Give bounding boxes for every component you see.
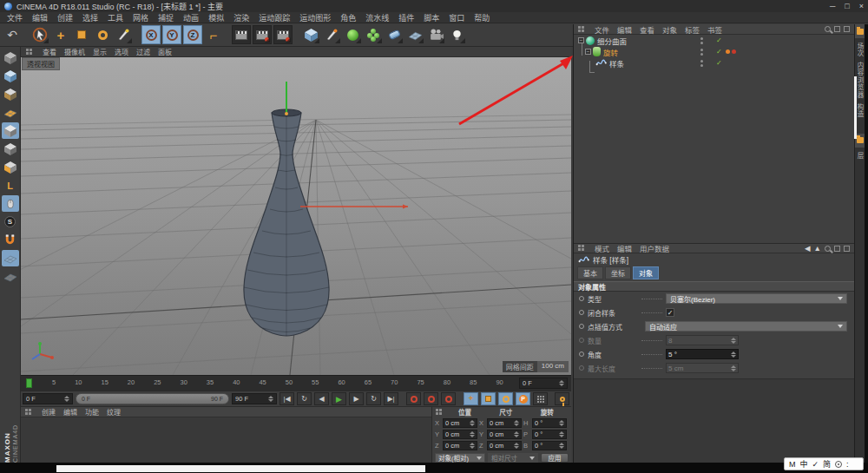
object-row-subdivision[interactable]: − 细分曲面 ✓ <box>574 35 854 46</box>
current-frame-marker[interactable] <box>26 378 32 388</box>
animation-dot-icon[interactable] <box>579 310 584 315</box>
object-properties-section[interactable]: 对象属性 <box>574 281 854 292</box>
magnet-snap-icon[interactable] <box>2 232 19 248</box>
menu-motion-tracker[interactable]: 运动跟踪 <box>259 12 290 23</box>
record-rotation-toggle[interactable] <box>498 392 513 405</box>
ime-more[interactable]: : <box>846 460 849 469</box>
menu-edit[interactable]: 编辑 <box>32 12 48 23</box>
om-menu-bookmarks[interactable]: 书签 <box>707 24 722 35</box>
search-icon[interactable] <box>825 246 831 252</box>
strip-scrollbar[interactable] <box>854 76 857 139</box>
tab-takes[interactable]: 场次 <box>855 43 865 57</box>
next-frame-icon[interactable]: ▶ <box>349 392 364 405</box>
mat-menu-function[interactable]: 功能 <box>85 407 99 417</box>
record-keyframe-icon[interactable] <box>406 392 421 405</box>
vp-menu-filter[interactable]: 过滤 <box>136 47 150 56</box>
rotation-p-field[interactable]: 0 ° <box>532 430 567 439</box>
range-start-field[interactable]: 0 F <box>23 393 73 404</box>
position-z-field[interactable]: 0 cm <box>443 441 477 450</box>
new-window-icon[interactable] <box>844 246 850 252</box>
visibility-dots[interactable] <box>700 49 703 56</box>
lock-icon[interactable] <box>834 246 840 252</box>
coordinate-mode-dropdown[interactable]: 对象(相对) <box>435 453 485 463</box>
size-y-field[interactable]: 0 cm <box>487 430 522 439</box>
tab-object[interactable]: 对象 <box>633 266 659 279</box>
ime-simplified[interactable]: 简 <box>823 458 831 470</box>
animation-dot-icon[interactable] <box>579 324 584 329</box>
menu-snap[interactable]: 捕捉 <box>158 12 174 23</box>
render-settings-icon[interactable] <box>273 25 293 44</box>
menu-mesh[interactable]: 网格 <box>133 12 148 23</box>
menu-help[interactable]: 帮助 <box>474 12 490 23</box>
light-object-icon[interactable] <box>447 25 466 44</box>
primitive-cube-icon[interactable] <box>301 25 320 44</box>
scale-tool-icon[interactable] <box>72 25 91 44</box>
tag-icon-orange[interactable] <box>726 49 730 54</box>
autokey-icon[interactable] <box>424 392 438 405</box>
workplane-mode-icon[interactable] <box>2 104 19 121</box>
position-x-field[interactable]: 0 cm <box>443 418 477 428</box>
points-mode-icon[interactable] <box>2 122 19 139</box>
am-menu-userdata[interactable]: 用户数据 <box>640 243 669 253</box>
am-menu-edit[interactable]: 编辑 <box>617 243 632 253</box>
locked-workplane-icon[interactable] <box>2 268 19 285</box>
angle-field[interactable]: 5 ° <box>666 349 739 359</box>
object-row-spline[interactable]: 样条 ✓ <box>574 57 854 69</box>
maximize-button[interactable]: □ <box>845 2 849 10</box>
arrow-up-icon[interactable]: ▲ <box>814 244 821 253</box>
mat-menu-texture[interactable]: 纹理 <box>107 407 121 417</box>
menu-tools[interactable]: 工具 <box>108 12 123 23</box>
visibility-dots[interactable] <box>700 60 703 67</box>
om-menu-edit[interactable]: 编辑 <box>617 24 632 35</box>
active-layout-tab[interactable] <box>855 24 865 38</box>
apply-button[interactable]: 应用 <box>541 453 569 463</box>
object-row-lathe[interactable]: − 旋转 ✓ <box>574 46 854 57</box>
close-spline-checkbox[interactable]: ✓ <box>666 308 674 317</box>
gear-icon[interactable] <box>835 461 842 468</box>
lock-x-axis-button[interactable]: X <box>141 25 161 44</box>
tab-layers[interactable]: 层 <box>855 152 865 160</box>
keyframe-options-icon[interactable] <box>555 392 569 405</box>
menu-pipeline[interactable]: 流水线 <box>365 12 389 23</box>
am-menu-mode[interactable]: 模式 <box>595 243 609 253</box>
render-picture-viewer-icon[interactable] <box>253 25 272 44</box>
vp-menu-view[interactable]: 查看 <box>43 47 56 56</box>
panel-menu-icon[interactable] <box>578 245 585 252</box>
size-x-field[interactable]: 0 cm <box>487 418 522 428</box>
snap-settings-icon[interactable]: S <box>2 214 19 230</box>
om-menu-view[interactable]: 查看 <box>640 24 654 35</box>
goto-end-icon[interactable]: ▶| <box>384 392 398 405</box>
array-generator-icon[interactable] <box>364 25 383 44</box>
last-tool-icon[interactable] <box>114 25 133 44</box>
menu-plugins[interactable]: 插件 <box>398 12 414 23</box>
menu-select[interactable]: 选择 <box>82 12 98 23</box>
panel-menu-icon[interactable] <box>26 49 33 56</box>
interpolation-dropdown[interactable]: 自动适应 <box>645 321 847 332</box>
menu-animate[interactable]: 动画 <box>183 12 199 23</box>
camera-object-icon[interactable] <box>426 25 445 44</box>
loop-icon[interactable]: ↻ <box>366 392 381 405</box>
menu-file[interactable]: 文件 <box>7 12 23 23</box>
panel-menu-icon[interactable] <box>25 409 32 416</box>
viewport-solo-icon[interactable] <box>2 195 19 212</box>
record-scale-toggle[interactable] <box>481 392 496 405</box>
size-mode-dropdown[interactable]: 相对尺寸 <box>488 453 538 463</box>
minimize-button[interactable]: ─ <box>830 2 835 10</box>
enabled-check-icon[interactable]: ✓ <box>716 36 722 44</box>
timeline-scrubber[interactable]: 0 F90 F <box>76 393 229 404</box>
path-bar-icon[interactable] <box>844 26 850 32</box>
menu-render[interactable]: 渲染 <box>233 12 249 23</box>
history-back-icon[interactable]: ◀ <box>805 244 811 253</box>
record-pla-toggle[interactable] <box>533 392 548 405</box>
move-tool-icon[interactable]: + <box>51 25 70 44</box>
current-frame-field[interactable]: 0 F <box>519 378 568 389</box>
make-editable-icon[interactable] <box>2 49 19 66</box>
expander-icon[interactable]: − <box>585 49 591 55</box>
om-menu-tags[interactable]: 标签 <box>685 24 700 35</box>
undo-icon[interactable]: ↶ <box>3 25 22 44</box>
vp-menu-display[interactable]: 显示 <box>93 47 107 56</box>
ime-punct[interactable]: ✓ <box>812 460 819 469</box>
live-selection-icon[interactable] <box>30 25 49 44</box>
play-mode-icon[interactable]: ↻ <box>297 392 312 405</box>
play-button-icon[interactable]: ▶ <box>332 392 346 405</box>
